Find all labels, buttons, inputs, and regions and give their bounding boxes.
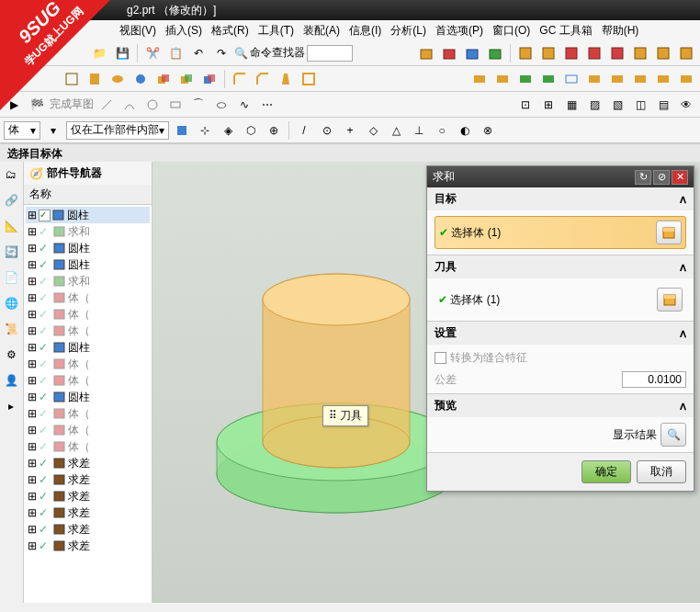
target-select-button[interactable] xyxy=(656,221,682,244)
tool-select-button[interactable] xyxy=(657,288,683,312)
revolve-icon[interactable] xyxy=(107,69,128,89)
nav-system-icon[interactable]: ⚙ xyxy=(2,346,20,364)
tree-item[interactable]: ⊞✓体（ xyxy=(26,306,150,323)
surf6-icon[interactable] xyxy=(607,69,627,89)
ok-button[interactable]: 确定 xyxy=(581,460,631,483)
tree-item[interactable]: ⊞✓体（ xyxy=(26,422,150,438)
intersect-icon[interactable] xyxy=(199,69,220,89)
cut-icon[interactable]: ✂️ xyxy=(142,43,163,63)
tree-item[interactable]: ⊞✓求和 xyxy=(26,223,150,240)
snap6-icon[interactable]: ⊥ xyxy=(409,120,429,141)
sk8-icon[interactable]: ⋯ xyxy=(257,95,277,115)
menu-info[interactable]: 信息(I) xyxy=(345,21,385,40)
edge-blend-icon[interactable] xyxy=(230,69,250,89)
nav-roles-icon[interactable]: 👤 xyxy=(2,371,20,390)
shell-icon[interactable] xyxy=(299,69,319,89)
surf1-icon[interactable] xyxy=(469,69,490,89)
surf9-icon[interactable] xyxy=(676,69,696,89)
section-target-header[interactable]: 目标 ʌ xyxy=(427,187,694,210)
nav-column-header[interactable]: 名称 xyxy=(24,185,152,205)
nav-history-icon[interactable]: 📜 xyxy=(2,320,20,338)
nav-hd3d-icon[interactable]: 📄 xyxy=(2,268,20,287)
snap9-icon[interactable]: ⊗ xyxy=(478,120,498,141)
dialog-close-icon[interactable]: ✕ xyxy=(672,170,688,185)
dim2-icon[interactable]: ⊞ xyxy=(538,95,559,115)
undo-icon[interactable]: ↶ xyxy=(188,43,209,63)
tree-item[interactable]: ⊞✓体（ xyxy=(26,405,150,422)
snap3-icon[interactable]: + xyxy=(340,120,360,141)
convert-checkbox[interactable] xyxy=(435,352,446,364)
nav-browser-icon[interactable]: 🌐 xyxy=(2,294,20,312)
sel3-icon[interactable]: ◈ xyxy=(218,120,238,141)
nav-reuse-icon[interactable]: 🔄 xyxy=(2,243,20,261)
feature4-icon[interactable] xyxy=(584,43,604,63)
tree-item[interactable]: ⊞✓求差 xyxy=(26,455,150,471)
tree-item[interactable]: ⊞✓体（ xyxy=(26,323,150,339)
dialog-pin-icon[interactable]: ⊘ xyxy=(653,170,670,185)
section-tool-header[interactable]: 刀具 ʌ xyxy=(427,255,694,278)
feature3-icon[interactable] xyxy=(561,43,581,63)
surf3-icon[interactable] xyxy=(515,69,536,89)
tree-item[interactable]: ⊞✓体（ xyxy=(26,289,150,306)
feature-tree[interactable]: ⊞圆柱⊞✓求和⊞✓圆柱⊞✓圆柱⊞✓求和⊞✓体（⊞✓体（⊞✓体（⊞✓圆柱⊞✓体（⊞… xyxy=(24,205,152,603)
dialog-reset-icon[interactable]: ↻ xyxy=(635,170,651,185)
chamfer-icon[interactable] xyxy=(253,69,273,89)
hole-icon[interactable] xyxy=(130,69,151,89)
snap2-icon[interactable]: ⊙ xyxy=(317,120,337,141)
menu-tools[interactable]: 工具(T) xyxy=(254,21,298,40)
nav-part-icon[interactable]: 🗂 xyxy=(2,165,20,184)
tolerance-input[interactable] xyxy=(622,371,686,388)
surf5-icon[interactable] xyxy=(584,69,604,89)
nav-constraint-icon[interactable]: 📐 xyxy=(2,217,20,235)
unite-icon[interactable] xyxy=(153,69,174,89)
sk6-icon[interactable]: ⬭ xyxy=(211,95,231,115)
feature-icon[interactable] xyxy=(515,43,536,63)
surf4-icon[interactable] xyxy=(538,69,559,89)
sk3-icon[interactable] xyxy=(142,95,163,115)
tree-item[interactable]: ⊞✓求差 xyxy=(26,471,150,488)
surf7-icon[interactable] xyxy=(630,69,650,89)
menu-gctoolbox[interactable]: GC 工具箱 xyxy=(536,21,595,40)
dialog-titlebar[interactable]: 求和 ↻ ⊘ ✕ xyxy=(427,166,694,187)
menu-window[interactable]: 窗口(O) xyxy=(489,21,534,40)
sel1-icon[interactable] xyxy=(172,120,192,141)
menu-analysis[interactable]: 分析(L) xyxy=(387,21,430,40)
tree-item[interactable]: ⊞✓圆柱 xyxy=(26,240,150,256)
tree-item[interactable]: ⊞✓圆柱 xyxy=(26,339,150,356)
tree-item[interactable]: ⊞✓求差 xyxy=(26,538,150,554)
tree-item[interactable]: ⊞✓圆柱 xyxy=(26,389,150,405)
tree-item[interactable]: ⊞✓体（ xyxy=(26,372,150,389)
feature2-icon[interactable] xyxy=(538,43,559,63)
dim6-icon[interactable]: ◫ xyxy=(630,95,650,115)
sk5-icon[interactable]: ⌒ xyxy=(188,95,209,115)
copy-icon[interactable]: 📋 xyxy=(165,43,186,63)
show-result-button[interactable]: 🔍 xyxy=(660,423,686,447)
redo-icon[interactable]: ↷ xyxy=(211,43,231,63)
dim5-icon[interactable]: ▧ xyxy=(607,95,627,115)
scope-filter-dropdown[interactable]: 仅在工作部件内部▾ xyxy=(66,121,169,140)
save-icon[interactable]: 💾 xyxy=(112,43,132,63)
type-filter-dropdown[interactable]: 体▾ xyxy=(4,121,40,140)
sk2-icon[interactable] xyxy=(119,95,140,115)
menu-assembly[interactable]: 装配(A) xyxy=(299,21,344,40)
layer-icon[interactable]: ▤ xyxy=(653,95,673,115)
tree-item[interactable]: ⊞✓体（ xyxy=(26,438,150,455)
cancel-button[interactable]: 取消 xyxy=(637,460,686,483)
target-select-row[interactable]: ✔ 选择体 (1) xyxy=(435,216,686,249)
sel4-icon[interactable]: ⬡ xyxy=(241,120,261,141)
menu-insert[interactable]: 插入(S) xyxy=(162,21,206,40)
feature8-icon[interactable] xyxy=(676,43,696,63)
menu-prefs[interactable]: 首选项(P) xyxy=(432,21,487,40)
menu-help[interactable]: 帮助(H) xyxy=(598,21,643,40)
section-preview-header[interactable]: 预览 ʌ xyxy=(427,394,694,417)
snap1-icon[interactable]: / xyxy=(294,120,314,141)
tree-item[interactable]: ⊞✓求和 xyxy=(26,273,150,289)
snap4-icon[interactable]: ◇ xyxy=(363,120,383,141)
nav-more-icon[interactable]: ▸ xyxy=(2,397,20,415)
dim4-icon[interactable]: ▨ xyxy=(584,95,604,115)
filter-icon[interactable]: ▾ xyxy=(43,120,63,141)
cube-gold-icon[interactable] xyxy=(416,43,436,63)
show-icon[interactable]: 👁 xyxy=(676,95,696,115)
command-finder[interactable]: 🔍命令查找器 xyxy=(234,45,353,62)
draft-icon[interactable] xyxy=(276,69,296,89)
